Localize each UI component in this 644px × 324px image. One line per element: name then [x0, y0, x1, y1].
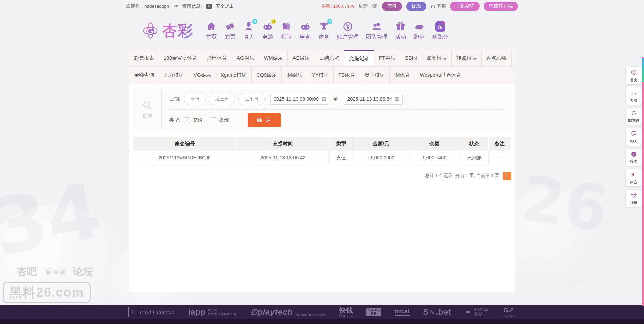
scrollbar-thumb[interactable]	[642, 58, 644, 82]
pagination: 总计 1 个记录, 分为 1 页, 当前第 1 页 1	[133, 172, 511, 180]
nav-item-11[interactable]: 跑分	[410, 21, 429, 41]
flourish-icon: ❦❧❦	[44, 266, 65, 278]
flower-logo-icon	[141, 21, 160, 40]
checkbox-充值[interactable]	[184, 117, 190, 123]
quick-range-近七日[interactable]: 近七日	[238, 93, 265, 105]
calendar-icon[interactable]: ▦	[321, 96, 326, 102]
side-item-聊天[interactable]: 聊天	[626, 128, 642, 146]
eye-off-icon[interactable]	[372, 3, 378, 10]
nav-item-8[interactable]: 账户管理	[333, 21, 362, 41]
users-icon	[371, 21, 382, 32]
quick-range-chips: 今日近三日近七日	[184, 93, 265, 105]
side-item-声音[interactable]: 声音	[626, 169, 642, 186]
footer-strip	[0, 319, 644, 324]
partner-logo-safe-gaming: 可靠&安全博彩	[465, 307, 488, 317]
side-toolbar: 首页客服IM充值聊天疑问声音挂机	[626, 67, 642, 207]
table-cell: 20251113VBDDEJBCJF	[133, 151, 236, 165]
coin-icon	[342, 21, 354, 32]
nav-item-12[interactable]: hi嗨跑分	[429, 21, 452, 41]
partner-logo-gamcare: G↗GAMCARE	[502, 306, 516, 317]
tab-IM娱乐[interactable]: IM娱乐	[282, 67, 307, 84]
tab-余额查询[interactable]: 余额查询	[129, 67, 159, 84]
query-side: 查询	[133, 89, 162, 131]
tab-瓦力棋牌[interactable]: 瓦力棋牌	[159, 67, 189, 84]
nav-item-2[interactable]: 彩票	[221, 21, 239, 41]
tab-WM娱乐[interactable]: WM娱乐	[259, 50, 288, 66]
mobile-app-button[interactable]: 手机APP	[450, 2, 480, 11]
decor-sphere-right	[500, 188, 604, 292]
partner-logo-99bill: 快钱99Bill.com	[339, 306, 353, 318]
mail-icon[interactable]: ✉	[173, 4, 178, 9]
deposit-button[interactable]: 充值	[382, 2, 402, 11]
tab-YY棋牌[interactable]: YY棋牌	[307, 67, 334, 84]
tab-AE娱乐[interactable]: AE娱乐	[288, 50, 314, 66]
refresh-link[interactable]: 刷新	[359, 3, 368, 9]
date-to-input[interactable]: 2025-11-13 13:06:54 ▦	[344, 94, 403, 105]
gift-icon	[395, 21, 406, 32]
tab-Wesports世界体育[interactable]: Wesports世界体育	[415, 67, 466, 84]
tab-IM体育[interactable]: IM体育	[390, 67, 415, 84]
tab-返点总额[interactable]: 返点总额	[482, 50, 512, 66]
table-cell: 已到账	[460, 151, 489, 165]
tab-日结总览[interactable]: 日结总览	[314, 50, 344, 66]
withdraw-button[interactable]: 提现	[406, 2, 426, 11]
quick-range-今日[interactable]: 今日	[184, 93, 206, 105]
date-to-value: 2025-11-13 13:06:54	[347, 96, 392, 102]
tab-VG娱乐[interactable]: VG娱乐	[189, 67, 216, 84]
pc-client-button[interactable]: 电脑客户端	[484, 2, 518, 11]
side-item-IM充值[interactable]: IM充值	[626, 108, 642, 125]
nav-item-5[interactable]: 棋牌	[277, 21, 296, 41]
ticket-icon	[224, 21, 236, 32]
badge-n: N	[327, 19, 332, 24]
column-header: 状态	[460, 137, 489, 151]
tab-彩票报表[interactable]: 彩票报表	[129, 50, 159, 66]
arrow-up-circle-icon	[631, 69, 637, 75]
tab-AG娱乐[interactable]: AG娱乐	[232, 50, 259, 66]
nav-item-1[interactable]: 首页	[202, 21, 221, 41]
scrollbar-track[interactable]	[642, 57, 644, 306]
partner-logo-iapp: iappiapp成员隐私权专家国际协会	[188, 307, 237, 317]
customer-service-link[interactable]: 客服	[430, 3, 446, 9]
tab-188金宝博体育[interactable]: 188金宝博体育	[159, 50, 202, 66]
confirm-button[interactable]: 确 定	[248, 113, 281, 127]
checkbox-提现[interactable]	[211, 117, 216, 123]
watermark-site-box: 黑料26.com	[3, 282, 91, 303]
page-1-button[interactable]: 1	[503, 172, 511, 180]
tab-奥丁棋牌[interactable]: 奥丁棋牌	[360, 67, 390, 84]
side-item-疑问[interactable]: 疑问	[626, 149, 642, 166]
tab-CQ9娱乐[interactable]: CQ9娱乐	[252, 67, 282, 84]
tab-账变报表[interactable]: 账变报表	[422, 50, 452, 66]
header: 杏彩 首页彩票N真人H电游棋牌电竞N体育账户管理团队管理活动跑分hi嗨跑分	[0, 13, 644, 49]
tab-沙巴体育[interactable]: 沙巴体育	[202, 50, 232, 66]
logout-link[interactable]: 安全退出	[216, 3, 234, 9]
nav-item-label: 首页	[206, 34, 217, 41]
tab-Kgame棋牌[interactable]: Kgame棋牌	[216, 67, 252, 84]
nav-item-7[interactable]: N体育	[315, 21, 333, 41]
quick-range-近三日[interactable]: 近三日	[209, 93, 235, 105]
tab-BBIN[interactable]: BBIN	[400, 50, 422, 66]
partner-logo-sbet: S∿.bet	[423, 307, 452, 317]
side-item-挂机[interactable]: 挂机	[626, 190, 642, 207]
date-from-value: 2025-11-13 00:00:00	[274, 96, 319, 102]
column-header: 类型	[330, 137, 353, 151]
nav-item-9[interactable]: 团队管理	[362, 21, 391, 41]
site-logo[interactable]: 杏彩	[141, 21, 193, 41]
side-item-首页[interactable]: 首页	[626, 67, 642, 84]
tab-充提记录[interactable]: 充提记录	[344, 50, 374, 66]
table-cell: 充值	[330, 151, 353, 165]
tab-PT娱乐[interactable]: PT娱乐	[374, 50, 400, 66]
calendar-icon[interactable]: ▦	[395, 96, 399, 102]
date-from-input[interactable]: 2025-11-13 00:00:00 ▦	[270, 94, 329, 105]
edit-icon[interactable]: ✎	[206, 4, 212, 9]
tab-转账报表[interactable]: 转账报表	[452, 50, 482, 66]
nav-item-6[interactable]: 电竞	[296, 21, 315, 41]
nav-item-label: 真人	[244, 34, 254, 41]
nav-item-label: 活动	[395, 34, 406, 41]
nav-item-4[interactable]: H电游	[258, 21, 277, 41]
nav-item-3[interactable]: N真人	[239, 21, 258, 41]
tab-FB体育[interactable]: FB体育	[334, 67, 360, 84]
live-person-icon: N	[243, 21, 255, 32]
column-header: 金额/元	[353, 137, 409, 151]
nav-item-10[interactable]: 活动	[391, 21, 410, 41]
side-item-客服[interactable]: 客服	[626, 87, 642, 105]
